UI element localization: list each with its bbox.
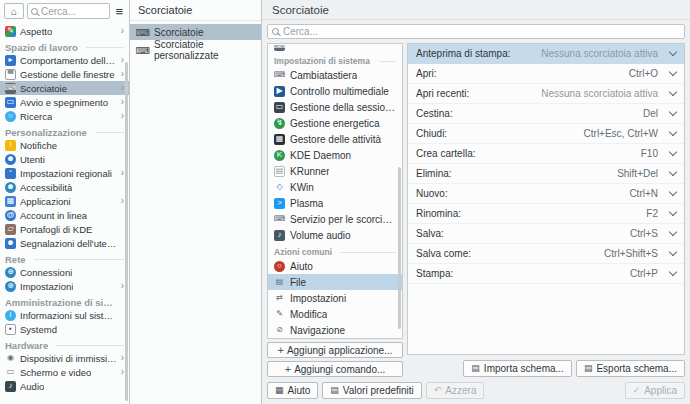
- sidebar-item[interactable]: ▭ Schermo e video ›: [0, 365, 129, 379]
- sidebar-item[interactable]: ⌨ Scorciatoie ›: [0, 81, 129, 95]
- sidebar-nav: ✎ Aspetto › Spazio di lavoro › ▸ Comport…: [0, 22, 129, 404]
- category-item[interactable]: ⌨ Scorciatoie personalizzate: [130, 42, 261, 58]
- shortcut-row[interactable]: Anteprima di stampa: Nessuna scorciatoia…: [408, 44, 684, 64]
- shortcut-search[interactable]: [267, 24, 685, 39]
- source-item[interactable]: ▶ Controllo multimediale: [268, 83, 402, 99]
- source-item[interactable]: ✎ Modifica: [268, 306, 402, 322]
- shortcut-row[interactable]: Elimina: Shift+Del: [408, 164, 684, 184]
- source-item[interactable]: ▦ Visualizza: [268, 338, 402, 339]
- sidebar-item[interactable]: Spazio di lavoro ›: [0, 38, 129, 53]
- home-button[interactable]: ⌂: [4, 3, 24, 19]
- sidebar-item[interactable]: ▭ Avvio e spegnimento ›: [0, 95, 129, 109]
- chevron-down-icon: [669, 268, 677, 276]
- window-management-icon: ▀: [5, 69, 16, 80]
- shortcut-row[interactable]: Apri: Ctrl+O: [408, 64, 684, 84]
- source-item[interactable]: ◇ KWin: [268, 179, 402, 195]
- chevron-right-icon: ›: [121, 281, 124, 291]
- sidebar-item[interactable]: ○ Ricerca ›: [0, 109, 129, 123]
- sidebar-item[interactable]: ⊕ Connessioni ›: [0, 265, 129, 279]
- sidebar-item[interactable]: ▸ Comportamento dello spaz... ›: [0, 53, 129, 67]
- shortcuts-category-list: ⌨ Scorciatoie ⌨ Scorciatoie personalizza…: [130, 21, 261, 60]
- source-item[interactable]: ⌨ Servizio per le scorciatoie person...: [268, 211, 402, 227]
- sidebar-item[interactable]: ▀ Gestione delle finestre ›: [0, 67, 129, 81]
- sidebar-item[interactable]: ☻ Segnalazioni dell'utente ›: [0, 236, 129, 250]
- navigation-compass-icon: ⊘: [274, 325, 285, 336]
- shortcut-row[interactable]: Apri recenti: Nessuna scorciatoia attiva: [408, 84, 684, 104]
- shortcut-search-input[interactable]: [283, 26, 680, 37]
- regional-settings-icon: “: [5, 168, 16, 179]
- sidebar-item[interactable]: ☻ Accessibilità ›: [0, 180, 129, 194]
- shortcut-row[interactable]: Salva come: Ctrl+Shift+S: [408, 244, 684, 264]
- source-item[interactable]: K KDE Daemon: [268, 147, 402, 163]
- sidebar-item[interactable]: ▦ Applicazioni ›: [0, 194, 129, 208]
- source-item[interactable]: ▤ KRunner: [268, 163, 402, 179]
- cut-off-item-icon: ⌨: [274, 45, 285, 51]
- shortcut-row[interactable]: Nuovo: Ctrl+N: [408, 184, 684, 204]
- sidebar-item[interactable]: ▪ Systemd ›: [0, 322, 129, 336]
- applications-icon: ▦: [5, 196, 16, 207]
- shortcut-row[interactable]: Cestina: Del: [408, 104, 684, 124]
- sidebar-item[interactable]: ♪ Audio ›: [0, 379, 129, 393]
- source-item[interactable]: Impostazioni di sistema: [268, 52, 402, 67]
- keyboard-layout-icon: ⌨: [274, 70, 285, 81]
- chevron-down-icon: [669, 48, 677, 56]
- shortcut-row[interactable]: Crea cartella: F10: [408, 144, 684, 164]
- source-item[interactable]: ○ Aiuto: [268, 258, 402, 274]
- source-item[interactable]: ▤ File: [268, 274, 402, 290]
- sidebar-item[interactable]: ◉ Dispositivi di immissione ›: [0, 351, 129, 365]
- defaults-button[interactable]: ▤ Valori predefiniti: [322, 382, 421, 399]
- source-item[interactable]: > Plasma: [268, 195, 402, 211]
- document-export-icon: ▤: [584, 364, 593, 373]
- apply-button[interactable]: ✓ Applica: [625, 382, 685, 399]
- source-item[interactable]: ♪ Volume audio: [268, 227, 402, 243]
- plus-icon: +: [277, 345, 283, 356]
- import-scheme-button[interactable]: ▤ Importa schema...: [463, 360, 572, 377]
- sidebar-item[interactable]: ☻ Utenti ›: [0, 152, 129, 166]
- reset-button[interactable]: ↶ Azzera: [426, 382, 485, 399]
- sidebar-item[interactable]: Personalizzazione ›: [0, 123, 129, 138]
- sources-scrollbar[interactable]: [398, 167, 401, 329]
- sidebar-item[interactable]: ▱ Portafogli di KDE ›: [0, 222, 129, 236]
- online-accounts-icon: @: [5, 210, 16, 221]
- shortcuts-panel: Scorciatoie ⌨ Scorciatoie ⌨ Scorciatoie …: [130, 0, 262, 404]
- chevron-right-icon: ›: [121, 367, 124, 377]
- source-item[interactable]: ▦ Gestore delle attività: [268, 131, 402, 147]
- add-application-button[interactable]: + Aggiungi applicazione...: [267, 342, 403, 358]
- add-command-button[interactable]: + Aggiungi comando...: [267, 361, 403, 377]
- source-item[interactable]: ⇄ Impostazioni: [268, 290, 402, 306]
- hamburger-icon: ≡: [115, 4, 123, 19]
- source-item[interactable]: ⌨ Cambiatastiera: [268, 67, 402, 83]
- shortcut-row[interactable]: Rinomina: F2: [408, 204, 684, 224]
- network-settings-icon: ⊕: [5, 281, 16, 292]
- source-item[interactable]: ↯ Gestione energetica: [268, 115, 402, 131]
- sidebar-topbar: ⌂ ≡: [0, 0, 129, 22]
- sidebar-search[interactable]: [27, 3, 110, 19]
- sidebar-item[interactable]: Amministrazione di sistema ›: [0, 293, 129, 308]
- source-item[interactable]: ⌨: [268, 45, 402, 52]
- sidebar-item[interactable]: i Informazioni sul sistema ›: [0, 308, 129, 322]
- export-scheme-button[interactable]: ▤ Esporta schema...: [576, 360, 685, 377]
- file-icon: ▤: [274, 277, 285, 288]
- shortcut-row[interactable]: Chiudi: Ctrl+Esc, Ctrl+W: [408, 124, 684, 144]
- session-management-icon: ▭: [274, 102, 285, 113]
- source-item[interactable]: ⊘ Navigazione: [268, 322, 402, 338]
- shortcut-row[interactable]: Stampa: Ctrl+P: [408, 264, 684, 284]
- shortcuts-service-icon: ⌨: [274, 214, 285, 225]
- sidebar-item[interactable]: Rete ›: [0, 250, 129, 265]
- sidebar-item[interactable]: ✎ Aspetto ›: [0, 24, 129, 38]
- source-item[interactable]: Azioni comuni: [268, 243, 402, 258]
- chevron-down-icon: [669, 88, 677, 96]
- sidebar-search-input[interactable]: [41, 6, 106, 17]
- document-import-icon: ▤: [471, 364, 480, 373]
- source-item[interactable]: ▭ Gestione della sessione: [268, 99, 402, 115]
- category-item[interactable]: ⌨ Scorciatoie: [130, 24, 261, 40]
- sidebar-scrollbar[interactable]: [125, 62, 128, 401]
- sidebar-item[interactable]: ! Notifiche ›: [0, 138, 129, 152]
- sidebar-item[interactable]: “ Impostazioni regionali ›: [0, 166, 129, 180]
- sidebar-item[interactable]: Hardware ›: [0, 336, 129, 351]
- sidebar-item[interactable]: ⊕ Impostazioni ›: [0, 279, 129, 293]
- menu-button[interactable]: ≡: [113, 5, 125, 18]
- shortcut-row[interactable]: Salva: Ctrl+S: [408, 224, 684, 244]
- sidebar-item[interactable]: @ Account in linea ›: [0, 208, 129, 222]
- help-button[interactable]: ▦ Aiuto: [267, 382, 318, 399]
